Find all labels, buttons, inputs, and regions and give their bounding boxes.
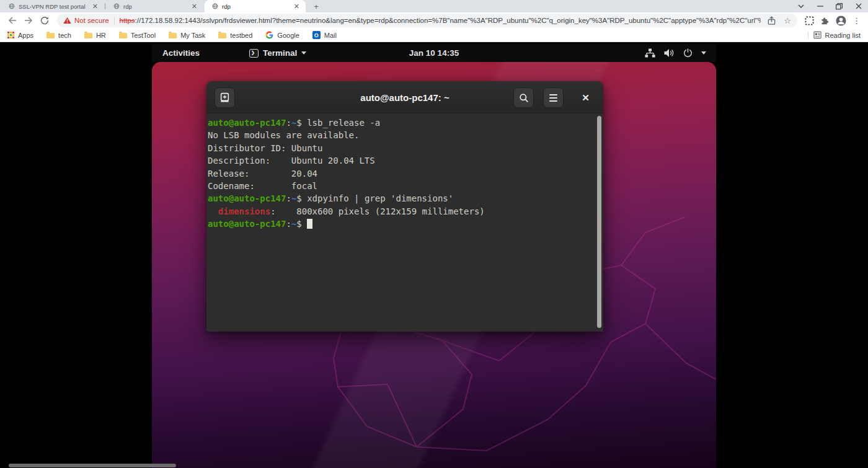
folder-icon xyxy=(46,33,55,38)
browser-window: SSL-VPN RDP test portal ✕ rdp ✕ rdp ✕ + … xyxy=(0,0,868,468)
url-text[interactable]: https://172.18.58.92:1443/sslvpn/frdsvie… xyxy=(120,17,761,24)
outlook-mail-icon: O xyxy=(312,31,321,39)
terminal-line: Description: Ubuntu 20.04 LTS xyxy=(208,154,602,167)
google-g-icon xyxy=(265,31,273,39)
terminal-line: dimensions: 800x600 pixels (212x159 mill… xyxy=(208,205,602,218)
profile-avatar-icon[interactable] xyxy=(836,15,846,26)
desktop-wallpaper: auto@auto-pc147: ~ ✕ auto@auto-pc147:~$ … xyxy=(152,62,716,468)
remote-desktop: Activities Terminal Jan 10 14:35 xyxy=(152,44,716,468)
volume-icon xyxy=(664,48,675,58)
tab-search-chevron-icon[interactable] xyxy=(791,0,810,12)
browser-toolbar: Not secure https://172.18.58.92:1443/ssl… xyxy=(0,12,868,29)
back-icon[interactable] xyxy=(5,14,20,27)
folder-icon xyxy=(84,33,92,38)
tab-close-icon[interactable]: ✕ xyxy=(293,3,301,10)
bookmarks-bar-right: Reading list xyxy=(808,31,861,39)
forward-icon[interactable] xyxy=(21,14,36,27)
tab-title: SSL-VPN RDP test portal xyxy=(19,3,87,10)
terminal-new-tab-button[interactable] xyxy=(215,87,235,108)
bookmarks-bar: Apps tech HR TestTool My Task testbed xyxy=(0,29,868,42)
bookmark-google[interactable]: Google xyxy=(265,31,299,39)
chevron-down-icon xyxy=(301,51,306,55)
bookmark-apps[interactable]: Apps xyxy=(7,32,33,39)
terminal-line: auto@auto-pc147:~$ xyxy=(208,218,602,230)
extensions-puzzle-icon[interactable] xyxy=(820,16,830,25)
omnibox-actions: ☆ xyxy=(767,16,791,25)
terminal-close-button[interactable]: ✕ xyxy=(575,87,596,108)
extensions-cluster: ⋮ xyxy=(802,15,863,26)
tab-divider xyxy=(105,3,105,9)
security-status-label[interactable]: Not secure xyxy=(74,17,109,24)
terminal-window: auto@auto-pc147: ~ ✕ auto@auto-pc147:~$ … xyxy=(206,81,603,332)
minimize-icon[interactable] xyxy=(810,0,830,12)
globe-icon xyxy=(9,3,15,9)
terminal-app-icon xyxy=(249,49,259,58)
bookmark-folder-mytask[interactable]: My Task xyxy=(169,32,205,39)
terminal-line: No LSB modules are available. xyxy=(208,129,602,141)
terminal-line: auto@auto-pc147:~$ xdpyinfo | grep 'dime… xyxy=(208,192,602,205)
app-menu-label: Terminal xyxy=(263,48,297,58)
globe-icon xyxy=(113,3,120,9)
terminal-line: Codename: focal xyxy=(208,180,602,192)
terminal-output[interactable]: auto@auto-pc147:~$ lsb_release -aNo LSB … xyxy=(206,113,603,331)
warning-icon xyxy=(63,17,71,24)
url-rest: ://172.18.58.92:1443/sslvpn/frdsviewer.h… xyxy=(135,17,761,24)
reading-list-button[interactable]: Reading list xyxy=(813,31,861,39)
apps-grid-icon xyxy=(7,32,14,38)
activities-button[interactable]: Activities xyxy=(160,48,202,58)
terminal-header-bar[interactable]: auto@auto-pc147: ~ ✕ xyxy=(206,81,603,113)
omnibox-divider xyxy=(114,17,115,25)
terminal-line: auto@auto-pc147:~$ lsb_release -a xyxy=(208,117,602,129)
terminal-line: Release: 20.04 xyxy=(208,167,602,180)
system-status-area[interactable] xyxy=(645,48,706,58)
gnome-top-bar: Activities Terminal Jan 10 14:35 xyxy=(152,44,716,62)
tab-rdp-active[interactable]: rdp ✕ xyxy=(205,0,306,12)
terminal-line: Distributor ID: Ubuntu xyxy=(208,142,602,154)
tab-sslvpn-portal[interactable]: SSL-VPN RDP test portal ✕ xyxy=(1,0,104,12)
window-controls xyxy=(791,0,868,12)
screenshot-extension-icon[interactable] xyxy=(805,16,814,25)
bookmark-folder-testtool[interactable]: TestTool xyxy=(119,32,156,39)
chevron-down-icon xyxy=(701,51,706,55)
hamburger-icon xyxy=(549,94,557,102)
bookmarks-divider xyxy=(808,32,808,39)
tab-rdp-1[interactable]: rdp ✕ xyxy=(106,0,203,12)
terminal-scrollbar[interactable] xyxy=(597,116,601,328)
terminal-menu-button[interactable] xyxy=(543,87,564,108)
browser-menu-icon[interactable]: ⋮ xyxy=(852,17,861,25)
share-icon[interactable] xyxy=(767,16,776,25)
address-bar[interactable]: Not secure https://172.18.58.92:1443/ssl… xyxy=(57,14,797,27)
reading-list-icon xyxy=(813,31,822,39)
folder-icon xyxy=(218,33,226,38)
tab-title: rdp xyxy=(123,3,187,10)
power-icon xyxy=(683,48,693,58)
new-tab-icon xyxy=(219,92,230,103)
new-tab-button[interactable]: + xyxy=(311,1,321,11)
close-icon[interactable] xyxy=(849,0,868,12)
tab-strip: SSL-VPN RDP test portal ✕ rdp ✕ rdp ✕ + xyxy=(0,0,868,12)
bookmark-folder-hr[interactable]: HR xyxy=(84,32,106,39)
tab-close-icon[interactable]: ✕ xyxy=(190,3,198,10)
bookmark-mail[interactable]: O Mail xyxy=(312,31,337,39)
rdp-viewer-page: Activities Terminal Jan 10 14:35 xyxy=(0,42,868,468)
terminal-app-menu[interactable]: Terminal xyxy=(249,48,306,58)
reload-icon[interactable] xyxy=(37,14,52,27)
search-icon xyxy=(519,93,529,103)
folder-icon xyxy=(169,33,177,38)
bookmark-star-icon[interactable]: ☆ xyxy=(784,17,791,25)
wired-network-icon xyxy=(645,48,655,58)
url-scheme: https xyxy=(120,17,135,24)
tab-close-icon[interactable]: ✕ xyxy=(91,3,99,10)
clock[interactable]: Jan 10 14:35 xyxy=(152,48,716,58)
tab-title: rdp xyxy=(222,3,289,10)
globe-icon xyxy=(212,3,218,9)
restore-icon[interactable] xyxy=(830,0,849,12)
page-horizontal-scrollbar[interactable] xyxy=(9,464,176,467)
terminal-search-button[interactable] xyxy=(513,87,534,108)
bookmark-folder-testbed[interactable]: testbed xyxy=(218,32,252,39)
bookmark-folder-tech[interactable]: tech xyxy=(46,32,71,39)
folder-icon xyxy=(119,33,127,38)
